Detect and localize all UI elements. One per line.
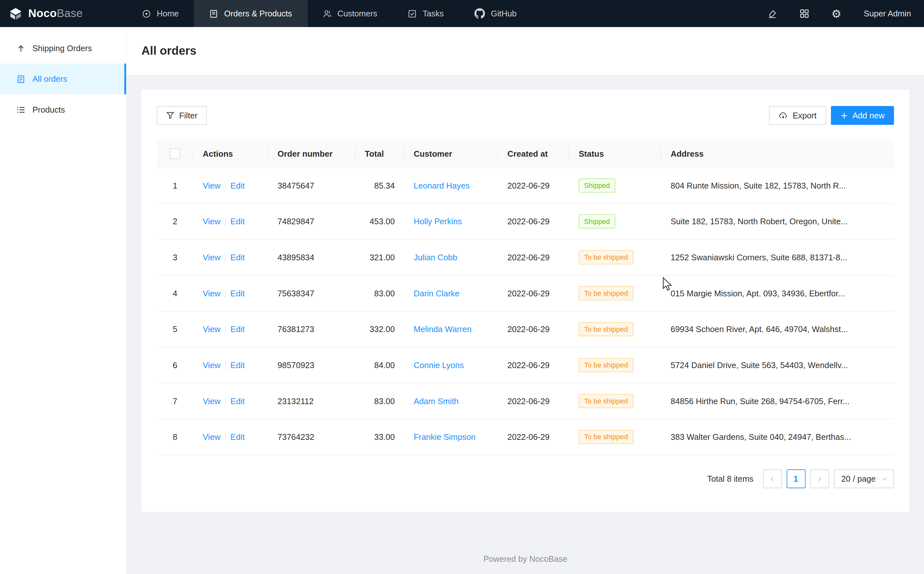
address-cell: 383 Walter Gardens, Suite 040, 24947, Be… [661,419,894,455]
column-header-customer: Customer [404,140,498,168]
view-link[interactable]: View [203,181,221,190]
view-link[interactable]: View [203,324,221,334]
created-at-cell: 2022-06-29 [498,347,569,383]
export-button[interactable]: Export [769,106,826,125]
add-new-button-label: Add new [853,111,885,120]
blocks-icon[interactable] [799,9,809,18]
view-link[interactable]: View [203,252,221,262]
filter-button[interactable]: Filter [157,106,207,125]
prev-page-button[interactable] [763,470,782,489]
app-logo[interactable]: NocoBase [0,0,127,27]
sidebar-item-shipping-orders[interactable]: Shipping Orders [0,33,126,64]
page-number-button[interactable]: 1 [787,470,806,489]
edit-link[interactable]: Edit [231,216,245,226]
row-index: 7 [172,396,177,406]
edit-link[interactable]: Edit [231,181,245,190]
view-link[interactable]: View [203,360,221,370]
view-link[interactable]: View [203,216,221,226]
sidebar-item-products[interactable]: Products [0,94,126,125]
chevron-down-icon [881,476,887,482]
customer-link[interactable]: Leonard Hayes [414,181,470,190]
edit-link[interactable]: Edit [231,289,245,298]
sidebar-item-label: Products [33,105,65,114]
customer-link[interactable]: Holly Perkins [414,217,462,226]
table-row: 2 ViewEdit 74829847 453.00 Holly Perkins… [157,203,894,240]
user-menu[interactable]: Super Admin [864,9,911,18]
status-badge: To be shipped [578,430,633,444]
nav-item-label: Orders & Products [224,9,292,18]
created-at-cell: 2022-06-29 [498,240,569,275]
edit-link[interactable]: Edit [231,396,245,406]
pagination: Total 8 items 1 20 / page [157,470,894,489]
order-number-cell: 76381273 [268,311,355,347]
customer-link[interactable]: Frankie Simpson [414,432,475,442]
status-badge: To be shipped [578,286,633,301]
nav-item-home[interactable]: Home [127,0,194,27]
nav-item-tasks[interactable]: Tasks [392,0,459,27]
filter-button-label: Filter [179,111,197,120]
sidebar: Shipping Orders All orders Products [0,27,127,574]
view-link[interactable]: View [203,396,221,406]
address-cell: 804 Runte Mission, Suite 182, 15783, Nor… [661,168,894,203]
customer-link[interactable]: Darin Clarke [414,289,460,298]
add-new-button[interactable]: Add new [831,106,894,125]
status-badge: Shipped [578,214,615,229]
total-cell: 332.00 [355,311,404,347]
nav-item-github[interactable]: GitHub [459,0,532,27]
orders-card: Filter Export [141,90,909,512]
filter-icon [166,111,174,120]
page-size-select[interactable]: 20 / page [834,470,894,489]
view-link[interactable]: View [203,289,221,298]
total-cell: 453.00 [355,203,404,240]
next-page-button[interactable] [810,470,829,489]
sidebar-item-label: Shipping Orders [33,43,92,53]
export-icon [779,111,788,120]
edit-link[interactable]: Edit [231,252,245,262]
gear-icon[interactable]: ⚙ [831,8,841,19]
edit-link[interactable]: Edit [231,324,245,334]
order-number-cell: 73764232 [268,419,355,455]
row-index: 2 [172,217,177,226]
row-index: 5 [172,325,177,334]
action-divider [225,254,226,262]
status-badge: To be shipped [578,358,633,372]
home-icon [142,9,151,18]
table-body: 1 ViewEdit 38475647 85.34 Leonard Hayes … [157,168,894,455]
nav-item-label: Home [157,9,178,18]
orders-doc-icon [16,75,25,84]
select-all-checkbox[interactable] [170,149,180,159]
action-divider [225,182,226,191]
address-cell: 5724 Daniel Drive, Suite 563, 54403, Wen… [661,347,894,383]
customer-link[interactable]: Melinda Warren [414,325,472,334]
row-index: 1 [172,181,177,190]
nav-item-orders-products[interactable]: Orders & Products [194,0,308,27]
action-divider [225,398,226,406]
sidebar-item-all-orders[interactable]: All orders [0,64,126,94]
created-at-cell: 2022-06-29 [498,311,569,347]
content-area: All orders Filter [127,27,924,574]
edit-link[interactable]: Edit [231,360,245,370]
column-header-status: Status [569,140,661,168]
orders-products-icon [209,9,218,18]
customer-link[interactable]: Connie Lyons [414,360,464,370]
customer-link[interactable]: Adam Smith [414,396,459,406]
tasks-icon [408,9,417,18]
address-cell: 69934 Schoen River, Apt. 646, 49704, Wal… [661,311,894,347]
navbar-actions: ⚙ Super Admin [767,0,924,27]
nav-item-label: Tasks [423,9,444,18]
nav-item-customers[interactable]: Customers [308,0,393,27]
total-cell: 84.00 [355,347,404,383]
view-link[interactable]: View [203,432,221,442]
status-badge: To be shipped [578,394,633,408]
order-number-cell: 23132112 [268,383,355,419]
edit-link[interactable]: Edit [231,432,245,442]
order-number-cell: 75638347 [268,275,355,311]
app-root: NocoBase Home Orders & Products Customer… [0,0,924,574]
select-all-header [157,140,193,168]
customer-link[interactable]: Julian Cobb [414,252,457,262]
github-icon [474,8,485,19]
highlighter-icon[interactable] [767,9,777,19]
page-size-value: 20 / page [841,474,876,483]
created-at-cell: 2022-06-29 [498,275,569,311]
table-row: 1 ViewEdit 38475647 85.34 Leonard Hayes … [157,168,894,203]
